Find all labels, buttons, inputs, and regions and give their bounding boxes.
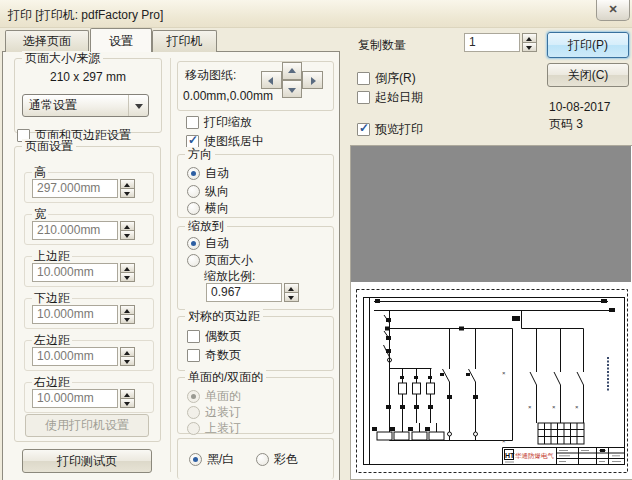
field-height: 高 297.000mm [24, 172, 154, 203]
use-printer-settings-button[interactable]: 使用打印机设置 [25, 414, 149, 437]
single-sided-radio[interactable]: 单面的 [187, 388, 241, 405]
move-right-button[interactable] [302, 71, 323, 89]
reverse-order-checkbox[interactable]: 倒序(R) [357, 70, 416, 87]
close-window-button[interactable]: ✕ [596, 0, 630, 21]
orientation-landscape-radio[interactable]: 横向 [187, 200, 229, 217]
move-offset-value: 0.00mm,0.00mm [183, 89, 273, 103]
scale-ratio-input[interactable]: 0.967 [206, 283, 282, 302]
field-left-margin: 左边距 10.000mm [24, 340, 154, 371]
checkbox-box[interactable] [186, 116, 199, 129]
bottom-margin-spinner[interactable] [120, 305, 135, 324]
tab-select-pages[interactable]: 选择页面 [5, 30, 89, 52]
checkbox-box[interactable] [187, 349, 200, 362]
checkbox-box[interactable]: ✓ [357, 123, 370, 136]
radio-button[interactable] [187, 390, 200, 403]
copies-field: 1 [464, 33, 537, 52]
radio-button[interactable] [187, 406, 200, 419]
field-label: 下边距 [32, 291, 72, 305]
radio-label: 上装订 [205, 420, 241, 437]
checkbox-box[interactable] [357, 72, 370, 85]
edge-binding-radio[interactable]: 边装订 [187, 404, 241, 421]
svg-text:×: × [502, 370, 506, 376]
titlebar: 打印 [打印机: pdfFactory Pro] [0, 0, 632, 28]
field-top-margin: 上边距 10.000mm [24, 256, 154, 287]
print-scaling-checkbox[interactable]: 打印缩放 [186, 114, 252, 131]
tab-settings[interactable]: 设置 [90, 28, 152, 52]
top-binding-radio[interactable]: 上装订 [187, 420, 241, 437]
tab-printer[interactable]: 打印机 [152, 30, 217, 52]
color-radio[interactable]: 彩色 [256, 451, 298, 468]
print-button[interactable]: 打印(P) [547, 32, 629, 58]
group-title: 对称的页边距 [185, 309, 263, 323]
radio-button[interactable] [187, 185, 200, 198]
height-input[interactable]: 297.000mm [32, 179, 118, 198]
field-label: 宽 [32, 207, 48, 221]
radio-label: 横向 [205, 200, 229, 217]
checkbox-box[interactable] [357, 91, 370, 104]
print-test-page-button[interactable]: 打印测试页 [22, 449, 152, 473]
top-margin-spinner[interactable] [120, 263, 135, 282]
bottom-margin-input[interactable]: 10.000mm [32, 305, 118, 324]
field-label: 高 [32, 165, 48, 179]
left-margin-spinner[interactable] [120, 347, 135, 366]
width-input[interactable]: 210.000mm [32, 221, 118, 240]
copies-spinner[interactable] [522, 33, 537, 52]
width-spinner[interactable] [120, 221, 135, 240]
left-margin-input[interactable]: 10.000mm [32, 347, 118, 366]
checkbox-label: 起始日期 [375, 89, 423, 106]
scale-auto-radio[interactable]: 自动 [187, 235, 229, 252]
checkbox-label: 预览打印 [375, 121, 423, 138]
start-date-checkbox[interactable]: 起始日期 [357, 89, 423, 106]
radio-label: 自动 [205, 235, 229, 252]
right-margin-spinner[interactable] [120, 389, 135, 408]
checkbox-label: 奇数页 [205, 347, 241, 364]
move-left-button[interactable] [261, 71, 282, 89]
copies-input[interactable]: 1 [464, 33, 520, 52]
group-title: 方向 [185, 147, 215, 161]
radio-button[interactable] [187, 422, 200, 435]
date-text: 10-08-2017 [549, 100, 610, 114]
radio-button[interactable] [187, 167, 200, 180]
radio-label: 彩色 [274, 451, 298, 468]
radio-button[interactable] [187, 202, 200, 215]
orientation-portrait-radio[interactable]: 纵向 [187, 183, 229, 200]
svg-text:×: × [575, 404, 579, 410]
scale-page-size-radio[interactable]: 页面大小 [187, 252, 253, 269]
print-dialog: { "window": { "title": "打印 [打印机: pdfFact… [0, 0, 632, 480]
radio-button[interactable] [256, 453, 269, 466]
radio-label: 纵向 [205, 183, 229, 200]
odd-pages-checkbox[interactable]: 奇数页 [187, 347, 241, 364]
radio-button[interactable] [189, 453, 202, 466]
preview-print-checkbox[interactable]: ✓ 预览打印 [357, 121, 423, 138]
checkbox-label: 倒序(R) [375, 70, 416, 87]
radio-button[interactable] [187, 254, 200, 267]
copies-label: 复制数量 [358, 37, 406, 54]
orientation-auto-radio[interactable]: 自动 [187, 165, 229, 182]
group-title: 页面大小/来源 [22, 51, 103, 65]
preview-background [351, 146, 631, 282]
black-white-radio[interactable]: 黑/白 [189, 451, 234, 468]
field-label: 上边距 [32, 249, 72, 263]
radio-label: 单面的 [205, 388, 241, 405]
top-margin-input[interactable]: 10.000mm [32, 263, 118, 282]
scale-ratio-spinner[interactable] [284, 283, 299, 302]
radio-label: 黑/白 [207, 451, 234, 468]
close-button[interactable]: 关闭(C) [547, 63, 629, 87]
height-spinner[interactable] [120, 179, 135, 198]
svg-text:×: × [528, 404, 532, 410]
selected-preset: 通常设置 [23, 97, 128, 114]
field-bottom-margin: 下边距 10.000mm [24, 298, 154, 329]
even-pages-checkbox[interactable]: 偶数页 [187, 328, 241, 345]
window-title: 打印 [打印机: pdfFactory Pro] [8, 7, 163, 24]
move-up-button[interactable] [282, 62, 302, 80]
right-margin-input[interactable]: 10.000mm [32, 389, 118, 408]
checkbox-box[interactable] [187, 330, 200, 343]
tab-label: 打印机 [167, 34, 203, 48]
radio-button[interactable] [187, 237, 200, 250]
tab-label: 设置 [109, 34, 133, 48]
group-title: 页面设置 [22, 139, 76, 153]
move-down-button[interactable] [282, 80, 302, 98]
paper-preset-select[interactable]: 通常设置 [22, 94, 149, 117]
field-right-margin: 右边距 10.000mm [24, 382, 154, 413]
schematic-preview: × × × × × HT 华通防爆电气 [354, 287, 630, 480]
